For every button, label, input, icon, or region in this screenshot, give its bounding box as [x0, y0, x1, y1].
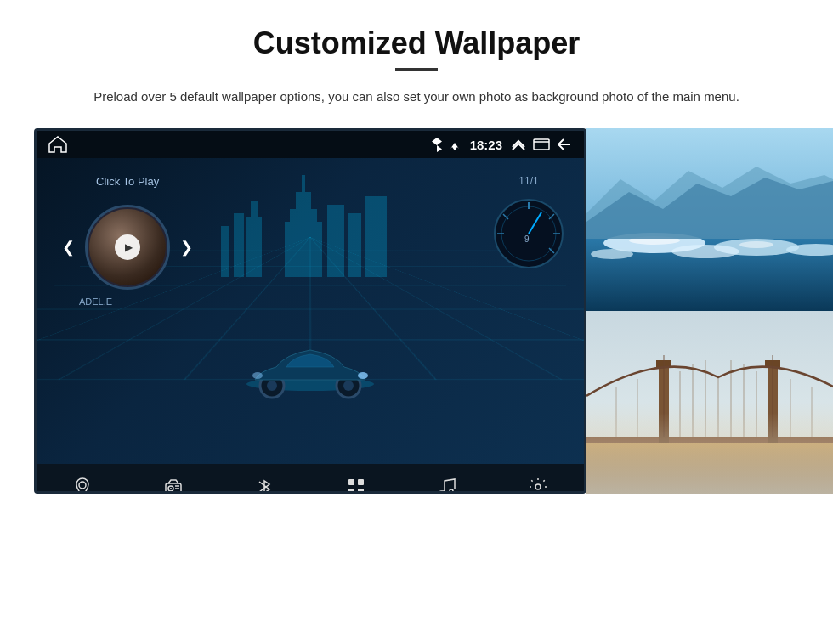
play-button[interactable]: ▶ [115, 234, 140, 260]
signal-icon [448, 138, 462, 150]
gauge-circle: 9 [490, 195, 567, 272]
svg-rect-54 [358, 489, 364, 494]
svg-rect-53 [348, 489, 354, 494]
window-icon [533, 138, 550, 150]
nav-item-bt[interactable]: BT [235, 477, 294, 494]
music-note-icon [437, 477, 457, 494]
svg-point-45 [79, 482, 86, 489]
gauge-area: 11/1 [490, 175, 567, 272]
device-main: .gl{stroke:#00c8ff;stroke-width:0.5;opac… [37, 158, 584, 464]
title-divider [395, 68, 438, 71]
svg-point-1 [453, 150, 456, 151]
svg-point-61 [672, 245, 740, 258]
svg-rect-26 [234, 213, 244, 277]
player-controls: ❮ ▶ ❯ [62, 205, 193, 290]
svg-point-55 [450, 489, 453, 493]
svg-point-56 [536, 484, 541, 489]
svg-rect-86 [586, 413, 833, 494]
page-title: Customized Wallpaper [34, 25, 799, 61]
apps-grid-icon [346, 477, 366, 494]
status-icons [431, 137, 462, 152]
artist-name: ADEL.E [79, 297, 112, 307]
svg-rect-24 [348, 213, 361, 277]
svg-point-32 [343, 381, 354, 391]
svg-rect-23 [327, 205, 344, 277]
svg-rect-2 [534, 139, 549, 150]
content-area: 18:23 [34, 128, 799, 494]
svg-rect-22 [285, 222, 322, 277]
date-display: 11/1 [518, 175, 538, 187]
nav-item-apps[interactable]: Apps [326, 477, 386, 494]
svg-rect-52 [358, 479, 364, 485]
prev-button[interactable]: ❮ [62, 238, 75, 257]
album-art[interactable]: ▶ [85, 205, 170, 290]
status-left [48, 136, 67, 153]
svg-text:9: 9 [524, 234, 530, 244]
nav-item-settings[interactable]: Settings [508, 477, 568, 494]
thumbnail-bridge [586, 311, 833, 494]
back-icon [557, 138, 572, 150]
device-screen: 18:23 [34, 128, 586, 494]
thumbnail-ice [586, 128, 833, 311]
bluetooth-icon [431, 137, 443, 152]
gear-icon [528, 477, 548, 494]
nav-item-navi[interactable]: Navi [53, 477, 112, 494]
svg-point-33 [358, 372, 368, 379]
svg-point-65 [740, 241, 774, 248]
status-right: 18:23 [431, 137, 572, 152]
svg-rect-51 [348, 479, 354, 485]
radio-icon [163, 477, 184, 494]
nav-icons [511, 138, 572, 150]
svg-point-31 [267, 381, 277, 391]
svg-rect-25 [366, 196, 387, 277]
svg-point-48 [170, 488, 172, 489]
side-thumbnails [586, 128, 833, 494]
svg-point-34 [252, 372, 263, 379]
next-button[interactable]: ❯ [180, 238, 193, 257]
status-bar: 18:23 [37, 131, 584, 158]
nav-item-music[interactable]: Music [417, 477, 477, 494]
location-pin-icon [72, 477, 93, 494]
album-inner: ▶ [89, 209, 166, 285]
page-subtitle: Preload over 5 default wallpaper options… [34, 87, 799, 107]
svg-rect-27 [221, 226, 230, 277]
bottom-nav: Navi Radio [37, 464, 584, 494]
car-image [234, 325, 387, 413]
click-to-play-label: Click To Play [96, 175, 159, 188]
music-player: Click To Play ❮ ▶ ❯ ADEL.E [62, 175, 193, 307]
svg-point-62 [591, 249, 633, 259]
time-display: 18:23 [470, 138, 502, 152]
bluetooth-nav-icon [254, 477, 275, 494]
nav-item-radio[interactable]: Radio [144, 477, 203, 494]
home-icon [48, 136, 67, 153]
svg-rect-18 [246, 217, 262, 277]
expand-icon [511, 138, 526, 150]
